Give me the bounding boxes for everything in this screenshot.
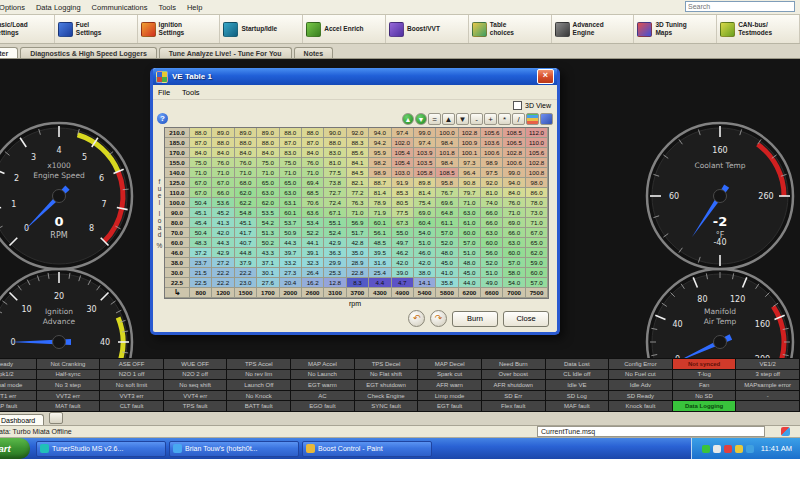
ve-cell[interactable]: 98.0 xyxy=(526,178,548,188)
undo-icon[interactable]: ↶ xyxy=(408,310,425,327)
ve-cell[interactable]: 71.0 xyxy=(347,208,369,218)
ve-cell[interactable]: 71.0 xyxy=(190,168,212,178)
ve-cell[interactable]: 62.0 xyxy=(235,188,257,198)
ve-cell[interactable]: 88.3 xyxy=(347,138,369,148)
ve-cell[interactable]: 100.6 xyxy=(503,158,525,168)
ve-cell[interactable]: 88.0 xyxy=(280,128,302,138)
ve-cell[interactable]: 56.1 xyxy=(369,228,391,238)
ve-cell[interactable]: 27.2 xyxy=(212,258,234,268)
ve-cell[interactable]: 38.0 xyxy=(414,268,436,278)
increment-button[interactable]: ▲ xyxy=(442,113,455,125)
ve-cell[interactable]: 22.2 xyxy=(212,268,234,278)
ve-cell[interactable]: 4.4 xyxy=(369,278,391,288)
ve-cell[interactable]: 100.0 xyxy=(436,128,458,138)
ve-window-titlebar[interactable]: VE Table 1 × xyxy=(153,68,557,85)
ve-cell[interactable]: 70.6 xyxy=(302,198,324,208)
close-button[interactable]: Close xyxy=(503,311,549,327)
ve-cell[interactable]: 45.1 xyxy=(190,208,212,218)
minus-button[interactable]: - xyxy=(470,113,483,125)
ve-cell[interactable]: 78.0 xyxy=(526,198,548,208)
ve-cell[interactable]: 68.0 xyxy=(235,178,257,188)
ve-cell[interactable]: 77.5 xyxy=(392,208,414,218)
ve-cell[interactable]: 103.6 xyxy=(481,138,503,148)
ve-cell[interactable]: 41.7 xyxy=(235,228,257,238)
ve-cell[interactable]: 88.0 xyxy=(257,138,279,148)
value-up-button[interactable]: ▲ xyxy=(402,113,414,125)
ve-cell[interactable]: 84.1 xyxy=(347,158,369,168)
ve-cell[interactable]: 42.0 xyxy=(414,258,436,268)
ve-cell[interactable]: 63.0 xyxy=(503,238,525,248)
ve-cell[interactable]: 57.0 xyxy=(526,278,548,288)
ve-cell[interactable]: 106.5 xyxy=(503,138,525,148)
ve-cell[interactable]: 81.4 xyxy=(369,188,391,198)
ve-cell[interactable]: 62.0 xyxy=(526,248,548,258)
ve-cell[interactable]: 94.0 xyxy=(369,128,391,138)
ve-cell[interactable]: 41.3 xyxy=(212,218,234,228)
ve-cell[interactable]: 80.5 xyxy=(392,198,414,208)
ve-cell[interactable]: 48.0 xyxy=(436,248,458,258)
ve-cell[interactable]: 56.9 xyxy=(347,218,369,228)
ve-cell[interactable]: 82.1 xyxy=(347,178,369,188)
ve-cell[interactable]: 102.8 xyxy=(459,128,481,138)
ve-cell[interactable]: 54.0 xyxy=(503,278,525,288)
ve-cell[interactable]: 27.6 xyxy=(257,278,279,288)
ve-cell[interactable]: 63.0 xyxy=(481,228,503,238)
ve-cell[interactable]: 98.4 xyxy=(436,138,458,148)
window-close-icon[interactable]: × xyxy=(537,69,554,84)
ve-cell[interactable]: 42.0 xyxy=(212,228,234,238)
ve-cell[interactable]: 50.2 xyxy=(257,238,279,248)
tab-tune-analyze-live-tune-for-you[interactable]: Tune Analyze Live! - Tune For You xyxy=(159,47,292,58)
ve-cell[interactable]: 100.6 xyxy=(481,148,503,158)
ve-cell[interactable]: 84.0 xyxy=(503,188,525,198)
ve-cell[interactable]: 102.8 xyxy=(526,158,548,168)
ve-cell[interactable]: 63.6 xyxy=(302,208,324,218)
ve-cell[interactable]: 75.0 xyxy=(257,158,279,168)
ve-cell[interactable]: 87.0 xyxy=(280,138,302,148)
ve-cell[interactable]: 59.0 xyxy=(526,258,548,268)
ve-cell[interactable]: 45.2 xyxy=(212,208,234,218)
ve-cell[interactable]: 97.4 xyxy=(392,128,414,138)
ve-cell[interactable]: 83.0 xyxy=(324,148,346,158)
ve-cell[interactable]: 53.7 xyxy=(280,218,302,228)
ve-cell[interactable]: 105.4 xyxy=(392,148,414,158)
ve-cell[interactable]: 71.0 xyxy=(280,168,302,178)
ve-cell[interactable]: 49.0 xyxy=(481,278,503,288)
ve-cell[interactable]: 46.0 xyxy=(414,248,436,258)
ve-cell[interactable]: 76.0 xyxy=(212,158,234,168)
ve-cell[interactable]: 84.0 xyxy=(235,148,257,158)
ve-cell[interactable]: 103.0 xyxy=(392,168,414,178)
ve-cell[interactable]: 44.8 xyxy=(235,248,257,258)
ve-cell[interactable]: 63.1 xyxy=(280,198,302,208)
ve-cell[interactable]: 43.3 xyxy=(257,248,279,258)
burn-button[interactable]: Burn xyxy=(452,311,498,327)
ve-cell[interactable]: 53.4 xyxy=(302,218,324,228)
ve-cell[interactable]: 45.1 xyxy=(235,218,257,228)
ve-cell[interactable]: 20.4 xyxy=(280,278,302,288)
ve-cell[interactable]: 97.4 xyxy=(414,138,436,148)
task-tunerstudio-ms-v2-6[interactable]: TunerStudio MS v2.6... xyxy=(36,441,166,457)
ve-cell[interactable]: 22.5 xyxy=(190,278,212,288)
plus-button[interactable]: + xyxy=(484,113,497,125)
ve-cell[interactable]: 88.0 xyxy=(324,138,346,148)
ve-cell[interactable]: 62.0 xyxy=(257,198,279,208)
ve-cell[interactable]: 98.9 xyxy=(369,168,391,178)
ve-cell[interactable]: 57.0 xyxy=(503,258,525,268)
ve-cell[interactable]: 72.7 xyxy=(324,188,346,198)
ve-cell[interactable]: 44.3 xyxy=(212,238,234,248)
ve-cell[interactable]: 50.4 xyxy=(190,228,212,238)
ve-cell[interactable]: 48.0 xyxy=(459,258,481,268)
ve-cell[interactable]: 44.3 xyxy=(280,238,302,248)
ve-cell[interactable]: 37.9 xyxy=(235,258,257,268)
ve-cell[interactable]: 60.1 xyxy=(280,208,302,218)
ve-cell[interactable]: 105.6 xyxy=(526,148,548,158)
alert-icon[interactable] xyxy=(724,445,732,453)
ve-cell[interactable]: 28.9 xyxy=(347,258,369,268)
ve-cell[interactable]: 14.1 xyxy=(414,278,436,288)
table-view-icon[interactable] xyxy=(540,113,553,125)
ve-cell[interactable]: 63.0 xyxy=(280,188,302,198)
help-icon[interactable]: ? xyxy=(157,113,168,124)
ve-cell[interactable]: 71.9 xyxy=(369,208,391,218)
ve-cell[interactable]: 94.2 xyxy=(369,138,391,148)
ve-cell[interactable]: 61.1 xyxy=(436,218,458,228)
ve-cell[interactable]: 90.0 xyxy=(324,128,346,138)
